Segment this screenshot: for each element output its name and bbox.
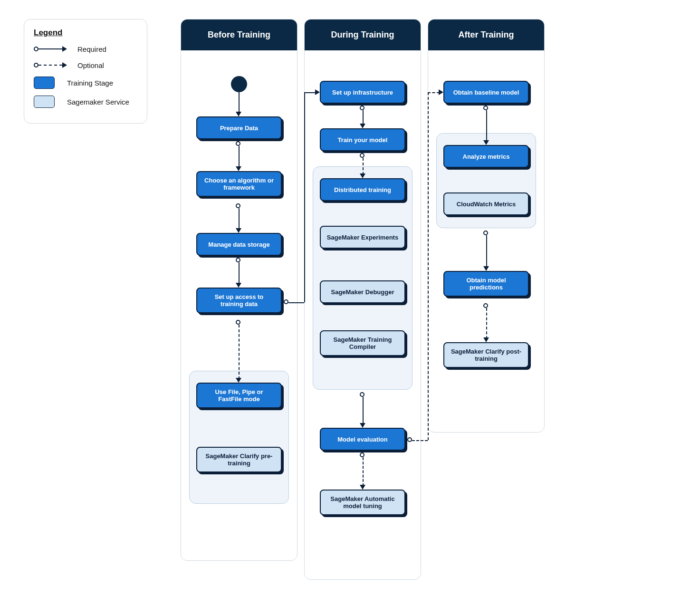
legend-optional-label: Optional xyxy=(77,61,104,69)
connector xyxy=(288,302,304,303)
arrow-icon xyxy=(483,140,489,145)
arrow-icon xyxy=(236,112,241,116)
node-distributed-training: Distributed training xyxy=(320,178,405,201)
diagram-canvas: Legend Required Optional Training Stage … xyxy=(14,14,566,585)
arrow-icon xyxy=(360,423,365,428)
connector-port xyxy=(236,141,240,146)
node-analyze-metrics: Analyze metrics xyxy=(443,145,529,168)
arrow-icon xyxy=(360,124,365,128)
connector-optional xyxy=(486,308,487,339)
node-choose-algorithm: Choose an algorithm or framework xyxy=(196,171,282,197)
arrow-icon xyxy=(315,89,320,95)
arrow-icon xyxy=(483,337,489,342)
column-after-header: After Training xyxy=(428,19,544,50)
connector xyxy=(363,397,364,424)
node-training-compiler: SageMaker Training Compiler xyxy=(320,330,405,356)
legend-optional-row: Optional xyxy=(34,60,137,70)
connector-port xyxy=(483,231,488,235)
connector-optional xyxy=(412,440,428,441)
legend-required-row: Required xyxy=(34,44,137,54)
connector-optional xyxy=(428,92,440,93)
connector xyxy=(304,92,316,93)
connector xyxy=(239,92,240,113)
connector xyxy=(486,235,487,268)
node-setup-infrastructure: Set up infrastructure xyxy=(320,81,405,104)
arrow-icon xyxy=(360,173,365,178)
connector-optional xyxy=(239,325,240,379)
arrow-icon xyxy=(236,378,241,383)
connector-port xyxy=(284,299,288,304)
connector xyxy=(239,208,240,230)
connector xyxy=(486,110,487,142)
column-during-header: During Training xyxy=(305,19,421,50)
legend-panel: Legend Required Optional Training Stage … xyxy=(24,19,147,124)
arrow-icon xyxy=(236,228,241,233)
node-sagemaker-experiments: SageMaker Experiments xyxy=(320,226,405,249)
legend-stage-label: Training Stage xyxy=(67,79,113,87)
arrow-icon xyxy=(236,283,241,288)
required-arrow-icon xyxy=(34,44,67,54)
node-sagemaker-debugger: SageMaker Debugger xyxy=(320,280,405,303)
legend-title: Legend xyxy=(34,28,137,38)
arrow-icon xyxy=(439,89,443,95)
connector-port xyxy=(360,106,364,110)
connector-optional xyxy=(363,158,364,175)
connector xyxy=(304,92,305,302)
connector-port xyxy=(483,106,488,110)
column-before-header: Before Training xyxy=(181,19,297,50)
optional-arrow-icon xyxy=(34,60,67,70)
legend-required-label: Required xyxy=(77,45,106,53)
arrow-icon xyxy=(236,166,241,171)
legend-service-row: Sagemaker Service xyxy=(34,96,137,108)
connector-port xyxy=(360,392,364,397)
node-manage-storage: Manage data storage xyxy=(196,233,282,256)
node-prepare-data: Prepare Data xyxy=(196,116,282,139)
node-cloudwatch-metrics: CloudWatch Metrics xyxy=(443,192,529,215)
connector-port xyxy=(360,452,364,457)
node-obtain-baseline: Obtain baseline model xyxy=(443,81,529,104)
connector xyxy=(363,110,364,125)
legend-stage-row: Training Stage xyxy=(34,77,137,89)
node-clarify-pre: SageMaker Clarify pre-training xyxy=(196,447,282,472)
stage-swatch-icon xyxy=(34,77,55,89)
node-obtain-predictions: Obtain model predictions xyxy=(443,271,529,297)
start-node-icon xyxy=(231,76,247,92)
connector-optional xyxy=(363,457,364,486)
connector-port xyxy=(236,258,240,262)
connector-port xyxy=(407,437,412,442)
connector-port xyxy=(483,303,488,308)
node-model-evaluation: Model evaluation xyxy=(320,428,405,451)
legend-service-label: Sagemaker Service xyxy=(67,98,129,106)
connector-port xyxy=(360,153,364,158)
connector-port xyxy=(236,203,240,208)
node-train-model: Train your model xyxy=(320,128,405,151)
node-file-mode: Use File, Pipe or FastFile mode xyxy=(196,383,282,408)
connector-optional xyxy=(428,92,429,440)
node-auto-model-tuning: SageMaker Automatic model tuning xyxy=(320,490,405,515)
service-swatch-icon xyxy=(34,96,55,108)
node-setup-access: Set up access to training data xyxy=(196,288,282,313)
node-clarify-post: SageMaker Clarify post-training xyxy=(443,342,529,368)
connector xyxy=(239,146,240,168)
connector xyxy=(239,262,240,284)
arrow-icon xyxy=(360,485,365,490)
arrow-icon xyxy=(483,266,489,271)
connector-port xyxy=(236,320,240,325)
